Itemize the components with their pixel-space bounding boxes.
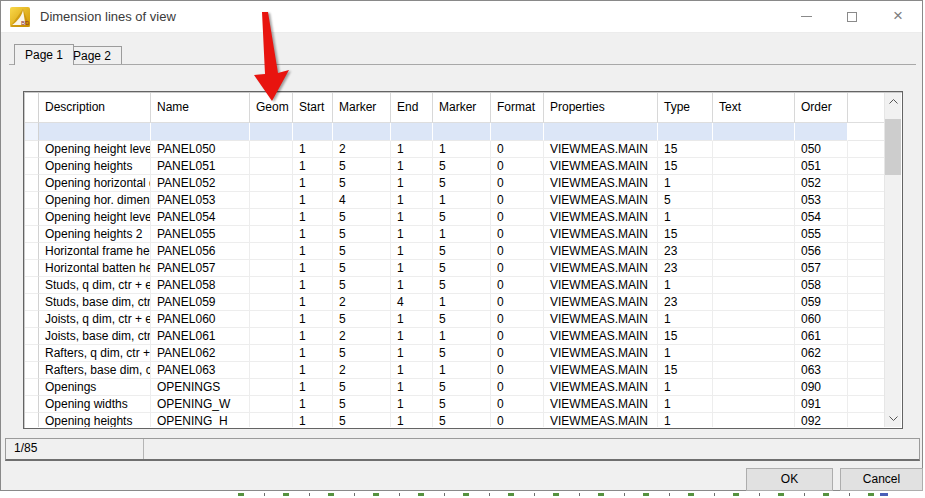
cell[interactable]: PANEL055 bbox=[151, 226, 250, 243]
cell[interactable]: 2 bbox=[333, 328, 391, 345]
cell[interactable]: 1 bbox=[293, 362, 333, 379]
cell[interactable] bbox=[713, 277, 795, 294]
cell[interactable] bbox=[848, 379, 884, 396]
row-header-cell[interactable] bbox=[25, 328, 39, 345]
cell[interactable]: VIEWMEAS.MAIN bbox=[544, 226, 658, 243]
cell[interactable]: PANEL053 bbox=[151, 192, 250, 209]
cell[interactable] bbox=[39, 123, 151, 141]
column-header-start[interactable]: Start bbox=[293, 93, 333, 123]
cell[interactable]: 5 bbox=[433, 311, 491, 328]
cell[interactable]: 5 bbox=[333, 243, 391, 260]
row-header-cell[interactable] bbox=[25, 192, 39, 209]
cell[interactable]: 1 bbox=[391, 141, 433, 158]
scrollbar-thumb[interactable] bbox=[885, 119, 901, 175]
cell[interactable]: 15 bbox=[658, 141, 713, 158]
cell[interactable] bbox=[848, 209, 884, 226]
cell[interactable]: PANEL050 bbox=[151, 141, 250, 158]
cell[interactable]: 1 bbox=[658, 345, 713, 362]
close-button[interactable]: × bbox=[875, 1, 921, 32]
table-row[interactable]: Opening heightsOPENING_H15150VIEWMEAS.MA… bbox=[25, 413, 884, 427]
table-row[interactable]: Studs, q dim, ctr + e...PANEL05815150VIE… bbox=[25, 277, 884, 294]
cell[interactable]: 2 bbox=[333, 141, 391, 158]
table-row[interactable]: OpeningsOPENINGS15150VIEWMEAS.MAIN1090 bbox=[25, 379, 884, 396]
column-header-format[interactable]: Format bbox=[491, 93, 544, 123]
cell[interactable] bbox=[713, 158, 795, 175]
cell[interactable] bbox=[391, 123, 433, 141]
cell[interactable]: Rafters, q dim, ctr + ... bbox=[39, 345, 151, 362]
cell[interactable]: 1 bbox=[433, 141, 491, 158]
cell[interactable]: 0 bbox=[491, 158, 544, 175]
row-header-cell[interactable] bbox=[25, 243, 39, 260]
cell[interactable]: 1 bbox=[433, 328, 491, 345]
cell[interactable] bbox=[713, 362, 795, 379]
cell[interactable]: 1 bbox=[658, 311, 713, 328]
cell[interactable]: 063 bbox=[795, 362, 848, 379]
cell[interactable]: 1 bbox=[658, 379, 713, 396]
cell[interactable]: 5 bbox=[433, 260, 491, 277]
cell[interactable]: 4 bbox=[333, 192, 391, 209]
cell[interactable]: VIEWMEAS.MAIN bbox=[544, 413, 658, 427]
cell[interactable]: Opening height levels bbox=[39, 141, 151, 158]
table-row[interactable]: Opening widthsOPENING_W15150VIEWMEAS.MAI… bbox=[25, 396, 884, 413]
cell[interactable]: 1 bbox=[391, 328, 433, 345]
cell[interactable]: 057 bbox=[795, 260, 848, 277]
cell[interactable] bbox=[151, 123, 250, 141]
table-row[interactable]: Rafters, base dim, ct...PANEL06312110VIE… bbox=[25, 362, 884, 379]
cell[interactable]: VIEWMEAS.MAIN bbox=[544, 209, 658, 226]
cell[interactable]: PANEL063 bbox=[151, 362, 250, 379]
cell[interactable]: 092 bbox=[795, 413, 848, 427]
cell[interactable]: 1 bbox=[293, 243, 333, 260]
cell[interactable]: 5 bbox=[333, 413, 391, 427]
table-row[interactable]: Opening horizontal di...PANEL05215150VIE… bbox=[25, 175, 884, 192]
cell[interactable] bbox=[491, 123, 544, 141]
cell[interactable]: 23 bbox=[658, 243, 713, 260]
cell[interactable]: OPENINGS bbox=[151, 379, 250, 396]
column-header-geom[interactable]: Geom bbox=[250, 93, 293, 123]
cell[interactable]: 15 bbox=[658, 328, 713, 345]
cell[interactable]: 5 bbox=[433, 413, 491, 427]
cell[interactable]: 5 bbox=[333, 396, 391, 413]
cell[interactable] bbox=[250, 158, 293, 175]
cell[interactable] bbox=[250, 379, 293, 396]
cell[interactable]: 15 bbox=[658, 158, 713, 175]
cell[interactable]: 5 bbox=[333, 158, 391, 175]
cell[interactable] bbox=[848, 277, 884, 294]
cell[interactable]: 1 bbox=[391, 396, 433, 413]
column-header-properties[interactable]: Properties bbox=[544, 93, 658, 123]
cell[interactable] bbox=[713, 294, 795, 311]
cell[interactable]: PANEL062 bbox=[151, 345, 250, 362]
cell[interactable]: 062 bbox=[795, 345, 848, 362]
cell[interactable] bbox=[250, 311, 293, 328]
cell[interactable] bbox=[848, 328, 884, 345]
row-header-cell[interactable] bbox=[25, 311, 39, 328]
cell[interactable] bbox=[250, 243, 293, 260]
cell[interactable]: 0 bbox=[491, 413, 544, 427]
cell[interactable]: 0 bbox=[491, 175, 544, 192]
cell[interactable]: 055 bbox=[795, 226, 848, 243]
table-row[interactable]: Horizontal batten hei...PANEL05715150VIE… bbox=[25, 260, 884, 277]
tab-page-1[interactable]: Page 1 bbox=[14, 44, 74, 65]
cell[interactable]: Opening height level... bbox=[39, 209, 151, 226]
cell[interactable] bbox=[250, 260, 293, 277]
cell[interactable]: Joists, q dim, ctr + en... bbox=[39, 311, 151, 328]
cell[interactable]: 2 bbox=[333, 294, 391, 311]
cell[interactable] bbox=[848, 158, 884, 175]
cell[interactable] bbox=[795, 123, 848, 141]
cell[interactable] bbox=[250, 345, 293, 362]
row-header-cell[interactable] bbox=[25, 260, 39, 277]
cell[interactable] bbox=[250, 226, 293, 243]
cell[interactable]: 1 bbox=[433, 294, 491, 311]
cell[interactable]: 059 bbox=[795, 294, 848, 311]
cell[interactable]: 5 bbox=[433, 209, 491, 226]
vertical-scrollbar[interactable] bbox=[884, 93, 901, 427]
cell[interactable] bbox=[250, 396, 293, 413]
row-header-cell[interactable] bbox=[25, 158, 39, 175]
cell[interactable] bbox=[713, 123, 795, 141]
row-header-cell[interactable] bbox=[25, 362, 39, 379]
column-header-marker[interactable]: Marker bbox=[433, 93, 491, 123]
cell[interactable]: 050 bbox=[795, 141, 848, 158]
cell[interactable] bbox=[848, 311, 884, 328]
row-header-cell[interactable] bbox=[25, 123, 39, 141]
maximize-button[interactable] bbox=[829, 1, 875, 32]
cell[interactable]: VIEWMEAS.MAIN bbox=[544, 311, 658, 328]
